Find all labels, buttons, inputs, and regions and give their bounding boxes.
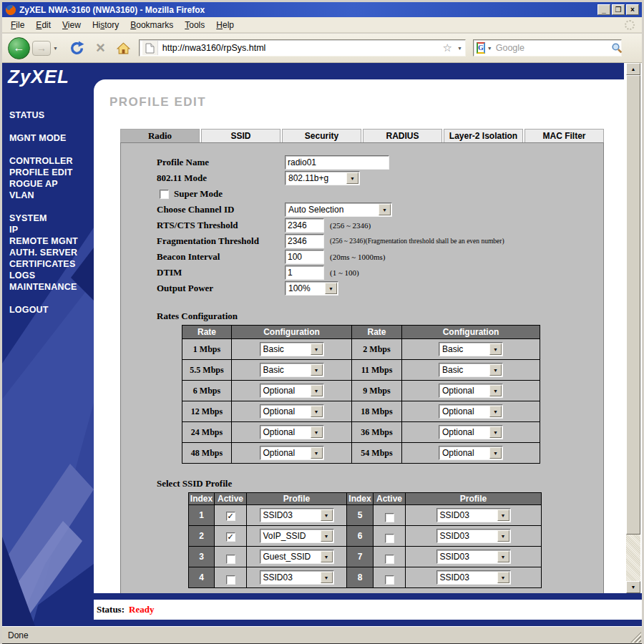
url-dropdown-icon[interactable]: ▼: [457, 46, 462, 51]
rate-config-select[interactable]: Optional▼: [260, 404, 324, 419]
ssid-profile-select[interactable]: Guest_SSID▼: [260, 550, 334, 564]
output-power-label: Output Power: [121, 283, 285, 294]
close-button[interactable]: ×: [626, 4, 639, 15]
vertical-scrollbar[interactable]: ▲ ▼: [626, 63, 640, 593]
ssid-index: 5: [347, 505, 374, 526]
active-checkbox[interactable]: [226, 555, 235, 564]
ssid-profile-select[interactable]: SSID03▼: [260, 508, 334, 522]
sidebar-item-vlan[interactable]: VLAN: [9, 190, 94, 201]
ssid-profile-select[interactable]: SSID03▼: [436, 570, 511, 585]
scroll-down-button[interactable]: ▼: [626, 581, 640, 593]
profile-name-input[interactable]: [285, 155, 389, 170]
rts-threshold-label: RTS/CTS Threshold: [121, 220, 285, 231]
rates-configuration-title: Rates Configuration: [157, 311, 603, 322]
menu-bookmarks[interactable]: Bookmarks: [125, 18, 179, 32]
tab-mac-filter[interactable]: MAC Filter: [525, 129, 604, 142]
menu-edit[interactable]: Edit: [30, 18, 57, 32]
dtim-input[interactable]: [285, 265, 324, 280]
resize-grip-icon[interactable]: [630, 632, 641, 643]
sidebar-item-logout[interactable]: LOGOUT: [9, 304, 94, 316]
sidebar-item-mgnt-mode[interactable]: MGNT MODE: [9, 132, 94, 144]
select-ssid-profile-title: Select SSID Profile: [157, 478, 603, 489]
menu-history[interactable]: History: [87, 18, 125, 32]
sidebar-item-ip[interactable]: IP: [9, 224, 94, 235]
beacon-interval-input[interactable]: [285, 250, 324, 264]
reload-button[interactable]: [69, 41, 84, 56]
search-input[interactable]: [496, 43, 611, 53]
scroll-up-button[interactable]: ▲: [626, 63, 640, 75]
menu-help[interactable]: Help: [210, 18, 240, 32]
tab-security[interactable]: Security: [282, 129, 361, 142]
output-power-select[interactable]: 100%▼: [285, 281, 338, 296]
rts-threshold-input[interactable]: [285, 218, 324, 233]
menu-file[interactable]: File: [5, 18, 30, 32]
search-icon[interactable]: [611, 42, 623, 54]
scrollbar-thumb[interactable]: [626, 75, 640, 535]
tab-radius[interactable]: RADIUS: [363, 129, 442, 142]
active-checkbox[interactable]: ✓: [226, 532, 235, 542]
rate-config-select[interactable]: Optional▼: [439, 425, 503, 439]
url-input[interactable]: [162, 43, 440, 53]
menu-view[interactable]: View: [57, 18, 87, 32]
back-button[interactable]: ←: [8, 37, 30, 59]
ssid-index: 7: [347, 547, 374, 567]
rate-config-select[interactable]: Basic▼: [260, 342, 324, 356]
80211-mode-select[interactable]: 802.11b+g▼: [285, 171, 360, 185]
status-label: Status:: [97, 604, 125, 615]
rate-config-select[interactable]: Basic▼: [260, 363, 324, 377]
active-checkbox[interactable]: ✓: [226, 512, 235, 521]
sidebar-item-maintenance[interactable]: MAINTENANCE: [9, 281, 94, 293]
rate-config-select[interactable]: Optional▼: [439, 446, 503, 460]
active-checkbox[interactable]: [385, 555, 394, 564]
rate-config-select[interactable]: Optional▼: [439, 384, 503, 398]
sidebar-item-remote-mgnt[interactable]: REMOTE MGNT: [9, 235, 94, 247]
ssid-profile-select[interactable]: SSID03▼: [260, 570, 334, 585]
sidebar-item-auth-server[interactable]: AUTH. SERVER: [9, 247, 94, 258]
super-mode-checkbox[interactable]: [160, 190, 169, 199]
chevron-down-icon: ▼: [489, 385, 502, 396]
ssid-profile-select[interactable]: SSID03▼: [436, 529, 511, 543]
80211-mode-label: 802.11 Mode: [121, 172, 285, 184]
rate-config-select[interactable]: Optional▼: [260, 384, 324, 398]
menu-bar: File Edit View History Bookmarks Tools H…: [2, 17, 642, 33]
status-bar-text: Done: [8, 630, 29, 640]
sidebar-item-system[interactable]: SYSTEM: [9, 213, 94, 224]
menu-tools[interactable]: Tools: [179, 18, 210, 32]
sidebar-item-rogue-ap[interactable]: ROGUE AP: [9, 178, 94, 190]
rate-config-select[interactable]: Optional▼: [439, 404, 503, 419]
ssid-profile-select[interactable]: SSID03▼: [436, 508, 511, 522]
rate-config-select[interactable]: Optional▼: [260, 446, 324, 460]
tab-ssid[interactable]: SSID: [201, 129, 280, 142]
search-engine-dropdown-icon[interactable]: ▼: [487, 46, 492, 51]
tab-radio[interactable]: Radio: [120, 129, 200, 142]
home-button[interactable]: [117, 42, 130, 54]
stop-button[interactable]: ×: [96, 41, 105, 55]
ssid-header: Profile: [247, 493, 347, 505]
sidebar-item-certificates[interactable]: CERTIFICATES: [9, 258, 94, 270]
active-checkbox[interactable]: [385, 575, 394, 585]
sidebar-item-logs[interactable]: LOGS: [9, 270, 94, 281]
forward-button[interactable]: →: [32, 41, 51, 56]
channel-id-select[interactable]: Auto Selection▼: [285, 203, 392, 217]
active-checkbox[interactable]: [226, 575, 235, 585]
chevron-down-icon: ▼: [489, 447, 502, 459]
tab-layer2-isolation[interactable]: Layer-2 Isolation: [444, 129, 523, 142]
active-checkbox[interactable]: [385, 513, 394, 522]
minimize-button[interactable]: _: [597, 4, 610, 15]
rate-config-select[interactable]: Basic▼: [439, 363, 503, 377]
rate-config-select[interactable]: Basic▼: [439, 342, 503, 356]
rate-config-select[interactable]: Optional▼: [260, 425, 324, 439]
history-dropdown-icon[interactable]: ▼: [53, 46, 58, 51]
sidebar-item-status[interactable]: STATUS: [9, 109, 94, 121]
super-mode-label: Super Mode: [174, 188, 223, 200]
fragmentation-threshold-input[interactable]: [285, 234, 324, 248]
ssid-profile-select[interactable]: SSID03▼: [436, 550, 511, 564]
active-checkbox[interactable]: [385, 534, 394, 543]
browser-window: ZyXEL NWA-3160 (NWA3160) - Mozilla Firef…: [0, 0, 644, 644]
maximize-button[interactable]: ❐: [612, 4, 625, 15]
sidebar-item-profile-edit[interactable]: PROFILE EDIT: [9, 167, 94, 178]
ssid-profile-select[interactable]: VoIP_SSID▼: [260, 529, 334, 543]
sidebar-item-controller[interactable]: CONTROLLER: [9, 155, 94, 167]
bookmark-star-icon[interactable]: ☆: [443, 42, 452, 54]
table-row: 3 Guest_SSID▼ 7 SSID03▼: [189, 547, 542, 567]
